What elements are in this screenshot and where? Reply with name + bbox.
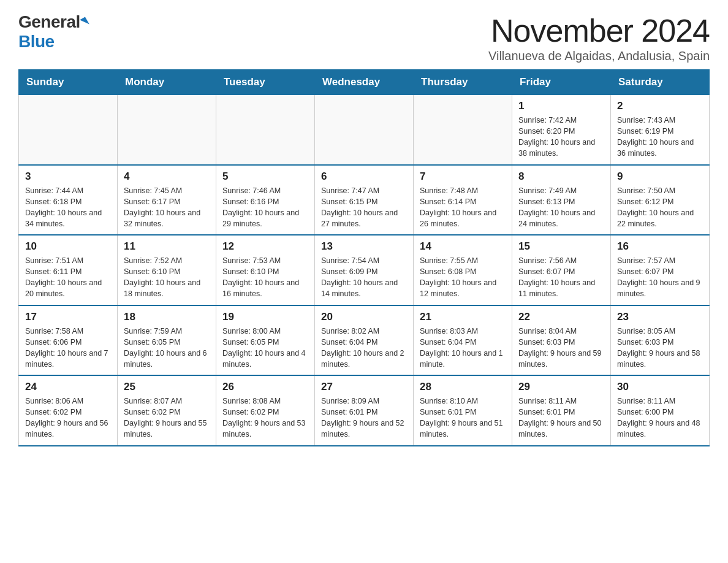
table-row: 14Sunrise: 7:55 AM Sunset: 6:08 PM Dayli… [414,235,512,305]
day-number: 26 [222,381,308,393]
day-info: Sunrise: 7:55 AM Sunset: 6:08 PM Dayligh… [420,255,506,300]
table-row [19,95,118,165]
day-info: Sunrise: 7:53 AM Sunset: 6:10 PM Dayligh… [222,255,308,300]
table-row [118,95,216,165]
day-info: Sunrise: 8:05 AM Sunset: 6:03 PM Dayligh… [617,326,703,370]
calendar-week-row: 3Sunrise: 7:44 AM Sunset: 6:18 PM Daylig… [19,165,710,236]
table-row: 25Sunrise: 8:07 AM Sunset: 6:02 PM Dayli… [118,375,216,446]
day-number: 7 [420,170,506,183]
day-number: 4 [124,170,210,183]
calendar-week-row: 10Sunrise: 7:51 AM Sunset: 6:11 PM Dayli… [19,235,710,305]
day-info: Sunrise: 8:11 AM Sunset: 6:00 PM Dayligh… [617,396,703,440]
table-row: 6Sunrise: 7:47 AM Sunset: 6:15 PM Daylig… [315,165,414,236]
title-area: November 2024 Villanueva de Algaidas, An… [488,12,710,63]
day-info: Sunrise: 7:52 AM Sunset: 6:10 PM Dayligh… [124,255,210,300]
day-info: Sunrise: 7:56 AM Sunset: 6:07 PM Dayligh… [518,255,604,300]
day-number: 23 [617,311,703,323]
day-info: Sunrise: 7:44 AM Sunset: 6:18 PM Dayligh… [25,185,111,230]
day-info: Sunrise: 8:08 AM Sunset: 6:02 PM Dayligh… [222,396,308,440]
table-row: 30Sunrise: 8:11 AM Sunset: 6:00 PM Dayli… [611,375,710,446]
page-title: November 2024 [488,12,710,49]
logo-blue-text: Blue [18,32,55,52]
day-info: Sunrise: 7:42 AM Sunset: 6:20 PM Dayligh… [518,115,604,159]
day-info: Sunrise: 7:54 AM Sunset: 6:09 PM Dayligh… [321,255,407,300]
day-number: 14 [420,240,506,253]
day-info: Sunrise: 7:48 AM Sunset: 6:14 PM Dayligh… [420,185,506,230]
table-row: 2Sunrise: 7:43 AM Sunset: 6:19 PM Daylig… [611,95,710,165]
day-info: Sunrise: 7:45 AM Sunset: 6:17 PM Dayligh… [124,185,210,230]
day-number: 5 [222,170,308,183]
day-number: 20 [321,311,407,323]
table-row: 15Sunrise: 7:56 AM Sunset: 6:07 PM Dayli… [512,235,611,305]
day-number: 28 [420,381,506,393]
header-saturday: Saturday [611,70,710,95]
header-sunday: Sunday [19,70,118,95]
day-info: Sunrise: 7:58 AM Sunset: 6:06 PM Dayligh… [25,326,111,370]
day-number: 15 [518,240,604,253]
calendar-week-row: 24Sunrise: 8:06 AM Sunset: 6:02 PM Dayli… [19,375,710,446]
day-number: 30 [617,381,703,393]
table-row: 1Sunrise: 7:42 AM Sunset: 6:20 PM Daylig… [512,95,611,165]
calendar-week-row: 1Sunrise: 7:42 AM Sunset: 6:20 PM Daylig… [19,95,710,165]
calendar-week-row: 17Sunrise: 7:58 AM Sunset: 6:06 PM Dayli… [19,305,710,376]
day-number: 2 [617,100,703,112]
header: General Blue November 2024 Villanueva de… [18,12,710,63]
day-number: 8 [518,170,604,183]
table-row: 4Sunrise: 7:45 AM Sunset: 6:17 PM Daylig… [118,165,216,236]
table-row: 10Sunrise: 7:51 AM Sunset: 6:11 PM Dayli… [19,235,118,305]
day-number: 22 [518,311,604,323]
day-info: Sunrise: 8:00 AM Sunset: 6:05 PM Dayligh… [222,326,308,370]
page-subtitle: Villanueva de Algaidas, Andalusia, Spain [488,49,710,63]
table-row: 20Sunrise: 8:02 AM Sunset: 6:04 PM Dayli… [315,305,414,376]
day-info: Sunrise: 7:59 AM Sunset: 6:05 PM Dayligh… [124,326,210,370]
day-info: Sunrise: 7:49 AM Sunset: 6:13 PM Dayligh… [518,185,604,230]
day-info: Sunrise: 8:02 AM Sunset: 6:04 PM Dayligh… [321,326,407,370]
day-number: 24 [25,381,111,393]
table-row: 22Sunrise: 8:04 AM Sunset: 6:03 PM Dayli… [512,305,611,376]
day-info: Sunrise: 8:09 AM Sunset: 6:01 PM Dayligh… [321,396,407,440]
day-info: Sunrise: 7:57 AM Sunset: 6:07 PM Dayligh… [617,255,703,300]
day-number: 18 [124,311,210,323]
table-row: 17Sunrise: 7:58 AM Sunset: 6:06 PM Dayli… [19,305,118,376]
table-row [315,95,414,165]
table-row: 5Sunrise: 7:46 AM Sunset: 6:16 PM Daylig… [216,165,315,236]
table-row: 3Sunrise: 7:44 AM Sunset: 6:18 PM Daylig… [19,165,118,236]
days-header-row: SundayMondayTuesdayWednesdayThursdayFrid… [19,70,710,95]
table-row: 24Sunrise: 8:06 AM Sunset: 6:02 PM Dayli… [19,375,118,446]
day-number: 9 [617,170,703,183]
header-tuesday: Tuesday [216,70,315,95]
day-info: Sunrise: 8:11 AM Sunset: 6:01 PM Dayligh… [518,396,604,440]
day-number: 16 [617,240,703,253]
day-number: 25 [124,381,210,393]
table-row: 11Sunrise: 7:52 AM Sunset: 6:10 PM Dayli… [118,235,216,305]
day-number: 21 [420,311,506,323]
day-info: Sunrise: 7:46 AM Sunset: 6:16 PM Dayligh… [222,185,308,230]
table-row: 12Sunrise: 7:53 AM Sunset: 6:10 PM Dayli… [216,235,315,305]
day-number: 11 [124,240,210,253]
day-info: Sunrise: 8:10 AM Sunset: 6:01 PM Dayligh… [420,396,506,440]
day-info: Sunrise: 7:43 AM Sunset: 6:19 PM Dayligh… [617,115,703,159]
day-info: Sunrise: 7:51 AM Sunset: 6:11 PM Dayligh… [25,255,111,300]
table-row [216,95,315,165]
day-info: Sunrise: 7:50 AM Sunset: 6:12 PM Dayligh… [617,185,703,230]
table-row: 18Sunrise: 7:59 AM Sunset: 6:05 PM Dayli… [118,305,216,376]
calendar: SundayMondayTuesdayWednesdayThursdayFrid… [18,69,710,446]
day-info: Sunrise: 8:03 AM Sunset: 6:04 PM Dayligh… [420,326,506,370]
header-monday: Monday [118,70,216,95]
day-number: 12 [222,240,308,253]
day-number: 13 [321,240,407,253]
table-row: 16Sunrise: 7:57 AM Sunset: 6:07 PM Dayli… [611,235,710,305]
table-row [414,95,512,165]
header-wednesday: Wednesday [315,70,414,95]
table-row: 13Sunrise: 7:54 AM Sunset: 6:09 PM Dayli… [315,235,414,305]
table-row: 7Sunrise: 7:48 AM Sunset: 6:14 PM Daylig… [414,165,512,236]
day-number: 29 [518,381,604,393]
calendar-body: 1Sunrise: 7:42 AM Sunset: 6:20 PM Daylig… [19,95,710,446]
table-row: 29Sunrise: 8:11 AM Sunset: 6:01 PM Dayli… [512,375,611,446]
table-row: 27Sunrise: 8:09 AM Sunset: 6:01 PM Dayli… [315,375,414,446]
table-row: 8Sunrise: 7:49 AM Sunset: 6:13 PM Daylig… [512,165,611,236]
day-number: 27 [321,381,407,393]
day-number: 6 [321,170,407,183]
day-info: Sunrise: 8:04 AM Sunset: 6:03 PM Dayligh… [518,326,604,370]
day-info: Sunrise: 8:06 AM Sunset: 6:02 PM Dayligh… [25,396,111,440]
